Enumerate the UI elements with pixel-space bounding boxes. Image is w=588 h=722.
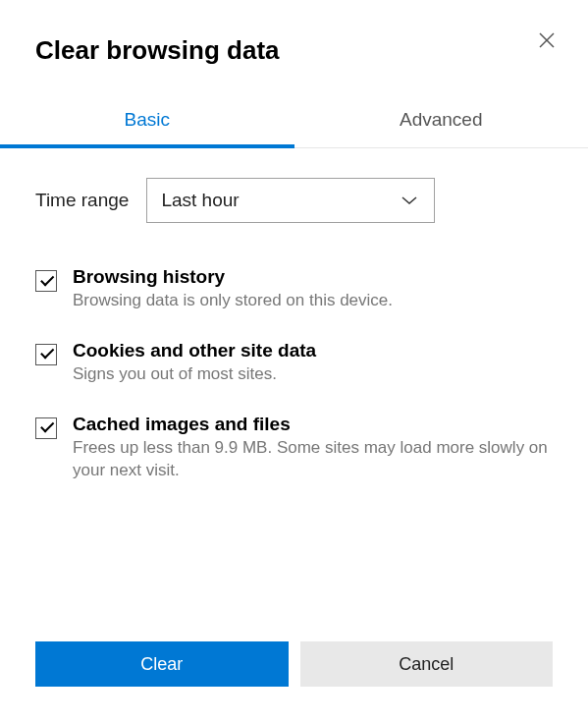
checkbox-browsing-history[interactable] [35, 270, 57, 292]
option-desc: Signs you out of most sites. [73, 363, 553, 386]
chevron-down-icon [401, 192, 418, 209]
dialog-title: Clear browsing data [35, 35, 553, 66]
time-range-row: Time range Last hour [35, 178, 553, 223]
tab-advanced[interactable]: Advanced [294, 95, 589, 148]
option-text: Cached images and files Frees up less th… [73, 414, 553, 482]
option-title: Cookies and other site data [73, 340, 553, 361]
checkbox-section: Browsing history Browsing data is only s… [35, 266, 553, 482]
dialog-content: Time range Last hour Browsing history Br… [0, 148, 588, 641]
dialog-header: Clear browsing data [0, 0, 588, 66]
close-button[interactable] [533, 28, 561, 55]
tabs: Basic Advanced [0, 95, 588, 148]
option-desc: Frees up less than 9.9 MB. Some sites ma… [73, 437, 553, 482]
cancel-button[interactable]: Cancel [300, 641, 554, 687]
option-desc: Browsing data is only stored on this dev… [73, 290, 553, 312]
checkbox-cookies[interactable] [35, 344, 57, 365]
option-cookies: Cookies and other site data Signs you ou… [35, 340, 553, 386]
close-icon [539, 32, 555, 51]
time-range-label: Time range [35, 190, 129, 211]
option-cache: Cached images and files Frees up less th… [35, 414, 553, 482]
checkbox-cache[interactable] [35, 417, 57, 439]
dialog-footer: Clear Cancel [0, 641, 588, 722]
option-text: Browsing history Browsing data is only s… [73, 266, 553, 312]
option-title: Browsing history [73, 266, 553, 288]
time-range-select[interactable]: Last hour [146, 178, 435, 223]
option-title: Cached images and files [73, 414, 553, 435]
clear-button[interactable]: Clear [35, 641, 289, 687]
tab-basic[interactable]: Basic [0, 95, 294, 148]
option-text: Cookies and other site data Signs you ou… [73, 340, 553, 386]
time-range-value: Last hour [161, 190, 239, 211]
option-browsing-history: Browsing history Browsing data is only s… [35, 266, 553, 312]
clear-browsing-data-dialog: Clear browsing data Basic Advanced Time … [0, 0, 588, 722]
